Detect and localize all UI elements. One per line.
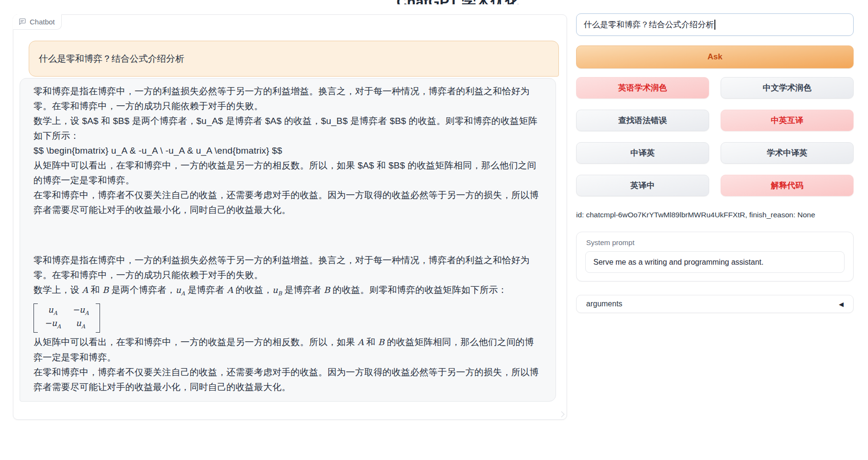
message-blank-gap: [33, 217, 542, 253]
bot-rendered-paragraph-math: 数学上，设 A 和 B 是两个博弈者，uA 是博弈者 A 的收益，uB 是博弈者…: [33, 282, 542, 301]
quick-action-button[interactable]: 英译中: [576, 175, 709, 196]
math-var: B: [378, 337, 384, 347]
matrix-cells: uA−uA−uAuA: [40, 303, 94, 333]
user-message: 什么是零和博弈？结合公式介绍分析: [29, 41, 559, 77]
prompt-input[interactable]: 什么是零和博弈？结合公式介绍分析: [576, 13, 854, 36]
system-prompt-group: System prompt Serve me as a writing and …: [576, 232, 854, 281]
bot-message: 零和博弈是指在博弈中，一方的利益损失必然等于另一方的利益增益。换言之，对于每一种…: [20, 78, 556, 402]
quick-action-button[interactable]: 学术中译英: [721, 142, 854, 164]
chat-bubble-icon: [18, 18, 26, 26]
system-prompt-value: Serve me as a writing and programming as…: [593, 258, 764, 267]
quick-action-button[interactable]: 查找语法错误: [576, 110, 709, 131]
bot-raw-paragraph: 在零和博弈中，博弈者不仅要关注自己的收益，还需要考虑对手的收益。因为一方取得的收…: [33, 188, 542, 217]
chatbot-panel: Chatbot 什么是零和博弈？结合公式介绍分析 零和博弈是指在博弈中，一方的利…: [13, 14, 567, 420]
math-var: −uA: [45, 318, 61, 328]
matrix-cell: uA: [45, 304, 61, 318]
bot-raw-block: 零和博弈是指在博弈中，一方的利益损失必然等于另一方的利益增益。换言之，对于每一种…: [33, 84, 542, 217]
prompt-input-value: 什么是零和博弈？结合公式介绍分析: [584, 19, 714, 30]
system-prompt-label: System prompt: [586, 238, 845, 247]
ask-button[interactable]: Ask: [576, 45, 854, 68]
quick-action-button[interactable]: 解释代码: [721, 175, 854, 196]
bot-raw-paragraph: 从矩阵中可以看出，在零和博弈中，一方的收益是另一方的相反数。所以，如果 $A$ …: [33, 158, 542, 188]
status-line: id: chatcmpl-6wOo7KrYTwMl89lbrMWRu4UkFFX…: [576, 211, 854, 219]
math-var: A: [82, 285, 88, 295]
math-var: A: [227, 285, 233, 295]
quick-action-button[interactable]: 中译英: [576, 142, 709, 164]
matrix-left-bracket-icon: [33, 303, 38, 333]
math-var: uA: [76, 318, 86, 328]
bot-rendered-paragraph-math: 从矩阵中可以看出，在零和博弈中，一方的收益是另一方的相反数。所以，如果 A 和 …: [33, 335, 542, 365]
bot-raw-paragraph: 数学上，设 $A$ 和 $B$ 是两个博弈者，$u_A$ 是博弈者 $A$ 的收…: [33, 113, 542, 143]
chatbot-label-text: Chatbot: [30, 18, 55, 26]
resize-handle[interactable]: [558, 411, 565, 417]
matrix-cell: −uA: [45, 318, 61, 332]
chatbot-label: Chatbot: [13, 14, 62, 30]
math-var: −uA: [72, 305, 89, 314]
math-var: B: [324, 285, 330, 295]
bot-raw-paragraph: 零和博弈是指在博弈中，一方的利益损失必然等于另一方的利益增益。换言之，对于每一种…: [33, 84, 542, 113]
bot-rendered-paragraph: 在零和博弈中，博弈者不仅要关注自己的收益，还需要考虑对手的收益。因为一方取得的收…: [33, 365, 542, 394]
quick-action-button[interactable]: 英语学术润色: [576, 77, 709, 99]
math-var: B: [102, 285, 109, 295]
bot-raw-paragraph: $$ \begin{bmatrix} u_A & -u_A \ -u_A & u…: [33, 143, 542, 158]
arguments-accordion[interactable]: arguments ◀: [576, 295, 854, 313]
ask-button-label: Ask: [707, 52, 722, 62]
app-page: ChatGPT 学术优化 Chatbot 什么是零和博弈？结合公式介绍分析 零和…: [0, 0, 868, 460]
math-var: uA: [176, 285, 185, 295]
quick-action-grid: 英语学术润色中文学术润色查找语法错误中英互译中译英学术中译英英译中解释代码: [576, 77, 854, 196]
collapse-triangle-icon: ◀: [839, 301, 844, 308]
math-var: uA: [48, 305, 57, 314]
quick-action-button[interactable]: 中英互译: [721, 110, 854, 131]
text-cursor: [714, 20, 715, 30]
quick-action-button[interactable]: 中文学术润色: [721, 77, 854, 99]
accordion-label: arguments: [586, 300, 623, 308]
matrix-cell: uA: [72, 318, 89, 332]
page-title-clipped: ChatGPT 学术优化: [0, 0, 868, 4]
bot-rendered-paragraph: 零和博弈是指在博弈中，一方的利益损失必然等于另一方的利益增益。换言之，对于每一种…: [33, 253, 542, 282]
math-var: uB: [272, 285, 282, 295]
matrix-cell: −uA: [72, 304, 89, 318]
page-title: ChatGPT 学术优化: [397, 0, 520, 4]
bot-rendered-block: 零和博弈是指在博弈中，一方的利益损失必然等于另一方的利益增益。换言之，对于每一种…: [33, 253, 542, 394]
user-message-text: 什么是零和博弈？结合公式介绍分析: [39, 54, 184, 64]
matrix-right-bracket-icon: [96, 303, 100, 333]
payoff-matrix: uA−uA−uAuA: [33, 303, 100, 333]
system-prompt-input[interactable]: Serve me as a writing and programming as…: [585, 251, 845, 273]
math-var: A: [357, 337, 364, 347]
